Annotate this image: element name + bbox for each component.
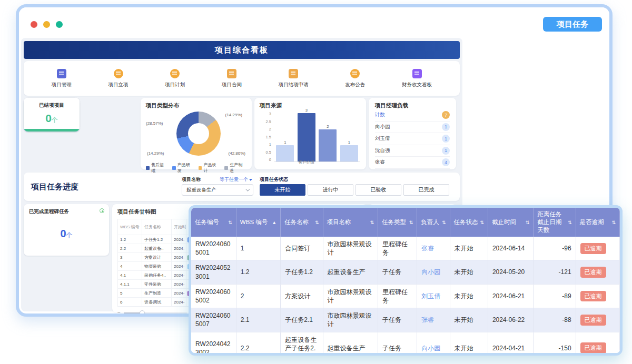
status-tab[interactable]: 未开始 xyxy=(260,184,305,196)
sort-icon[interactable]: ⇅ xyxy=(611,220,616,225)
cell-due-date: 2024-04-21 xyxy=(488,332,533,356)
bar[interactable] xyxy=(340,145,358,161)
traffic-light-dot[interactable] xyxy=(56,21,63,28)
donut-legend: 售后运维 产品研发 产品设计 xyxy=(146,162,246,174)
legend-item[interactable]: 售后运维 xyxy=(146,162,168,174)
traffic-light-dot[interactable] xyxy=(31,21,37,28)
table-column-header[interactable]: WBS 编号 ▲ xyxy=(236,208,280,237)
nav-item[interactable]: 发布公告 xyxy=(345,69,365,88)
nav-item[interactable]: 项目计划 xyxy=(165,69,185,88)
sort-icon[interactable]: ⇅ xyxy=(315,220,319,225)
table-column-header[interactable]: 距离任务截止日期天数 ⇅ xyxy=(534,208,576,237)
table-row[interactable]: RW20240605002 2 方案设计 市政园林景观设计 里程碑任务 刘玉倩 … xyxy=(191,284,620,308)
status-tab[interactable]: 进行中 xyxy=(308,184,353,196)
manager-load-row[interactable]: 沈自强 1 xyxy=(375,145,450,157)
sort-icon[interactable]: ⇅ xyxy=(409,220,413,225)
y-tick: 1.5 xyxy=(266,135,271,139)
manager-count-badge: 1 xyxy=(442,135,450,143)
sort-icon[interactable]: ⇅ xyxy=(568,220,572,225)
project-select[interactable]: 起重设备生产 xyxy=(182,184,253,196)
table-row[interactable]: RW20240605001 1 合同签订 市政园林景观设计 里程碑任务 张睿 未… xyxy=(191,237,620,260)
nav-item[interactable]: 项目合同 xyxy=(222,69,242,88)
slider-track[interactable] xyxy=(124,312,187,314)
cell-status: 未开始 xyxy=(450,284,488,308)
legend-swatch xyxy=(146,166,150,170)
table-row[interactable]: RW20240423002 2.2 起重设备生产子任务2.2 起重设备生产 子任… xyxy=(191,332,620,356)
gantt-task-name: 生产制造 xyxy=(142,289,172,298)
stat-card-label: 已结项项目 xyxy=(24,102,80,109)
manager-load-panel: 项目经理负载 计数 7 向小园 1 xyxy=(369,98,456,169)
nav-item[interactable]: 项目结项申请 xyxy=(279,69,309,88)
cell-project-name: 市政园林景观设计 xyxy=(323,237,378,260)
sort-icon[interactable]: ⇅ xyxy=(480,220,484,225)
table-row[interactable]: RW20240523001 1.2 子任务1.2 起重设备生产 子任务 向小园 … xyxy=(191,260,620,284)
y-tick: 1 xyxy=(269,142,271,147)
table-column-header[interactable]: 项目名称 ⇅ xyxy=(323,208,378,237)
cell-wbs: 2.1 xyxy=(236,308,280,332)
sort-icon[interactable]: ⇅ xyxy=(526,220,530,225)
gantt-task-name: 起重设备.. xyxy=(142,244,172,253)
manager-load-list: 计数 7 向小园 1 刘玉倩 1 xyxy=(375,109,450,169)
cell-status: 未开始 xyxy=(450,260,488,284)
cell-owner-link[interactable]: 向小园 xyxy=(417,332,450,356)
cell-status: 未开始 xyxy=(450,308,488,332)
bar[interactable] xyxy=(319,129,337,161)
traffic-light-dot[interactable] xyxy=(43,21,50,28)
gantt-task-name: 子任务1.2 xyxy=(142,235,172,244)
project-type-chart-panel: 项目类型分布 (28.57%) (14.29%) (14.29%) (42.86… xyxy=(141,98,252,169)
gantt-task-name: 采购任务4.. xyxy=(142,271,172,280)
nav-item[interactable]: 财务收支看板 xyxy=(402,69,432,88)
cell-project-name: 起重设备生产 xyxy=(323,332,378,356)
manager-load-row[interactable]: 计数 7 xyxy=(375,109,450,122)
table-column-header[interactable]: 是否逾期 ⇅ xyxy=(576,208,619,237)
sort-icon[interactable]: ⇅ xyxy=(442,220,446,225)
y-tick: 0.5 xyxy=(266,150,271,155)
slider-knob[interactable] xyxy=(140,310,145,316)
operator-dropdown[interactable]: 等于任意一个 xyxy=(220,176,252,183)
legend-item[interactable]: 产品设计 xyxy=(199,162,221,174)
nav-item[interactable]: 项目管理 xyxy=(52,69,72,88)
table-column-header[interactable]: 任务类型 ⇅ xyxy=(378,208,417,237)
nav-item[interactable]: 项目立项 xyxy=(108,69,129,88)
cell-task-id: RW20240605001 xyxy=(191,237,236,260)
task-progress-title: 项目任务进度 xyxy=(31,182,78,192)
traffic-lights xyxy=(31,21,63,28)
bar[interactable] xyxy=(298,113,315,161)
status-tab[interactable]: 已完成 xyxy=(403,184,449,196)
gantt-task-name: 零件采购 xyxy=(142,280,172,289)
cell-owner-link[interactable]: 刘玉倩 xyxy=(417,284,450,308)
status-tab[interactable]: 已验收 xyxy=(355,184,401,196)
legend-item[interactable]: 生产制造 xyxy=(224,162,246,174)
cell-owner-link[interactable]: 张睿 xyxy=(417,308,450,332)
stats-row: 已立项项目 6个 未开始项目 2个 xyxy=(24,98,460,169)
legend-item[interactable]: 产品研发 xyxy=(172,162,194,174)
bar-chart-bars: 1广告营销3客户介绍2朋友介绍1销售自拓 xyxy=(274,112,360,162)
cell-overdue: 已逾期 xyxy=(576,284,619,308)
cell-task-name: 起重设备生产子任务2.2 xyxy=(281,332,323,356)
table-column-header[interactable]: 任务状态 ⇅ xyxy=(450,208,488,237)
cell-task-type: 子任务 xyxy=(378,332,417,356)
zoom-out-icon[interactable]: − xyxy=(117,310,121,316)
nav-item-label: 项目立项 xyxy=(108,82,129,88)
project-tasks-button[interactable]: 项目任务 xyxy=(543,17,602,32)
table-column-header[interactable]: 任务名称 ⇅ xyxy=(281,208,323,237)
sort-icon[interactable]: ⇅ xyxy=(228,220,232,225)
gantt-task-name: 物资采购 xyxy=(142,262,172,271)
y-tick: 3 xyxy=(269,112,271,116)
cell-owner-link[interactable]: 张睿 xyxy=(417,237,450,260)
cell-wbs: 1 xyxy=(236,237,280,260)
manager-load-row[interactable]: 刘玉倩 1 xyxy=(375,133,450,145)
manager-load-row[interactable]: 张睿 4 xyxy=(375,157,450,169)
cell-days-remaining: -121 xyxy=(534,260,576,284)
sort-icon[interactable]: ⇅ xyxy=(370,220,374,225)
bar[interactable] xyxy=(276,145,294,161)
sort-icon[interactable]: ▲ xyxy=(272,220,276,225)
table-column-header[interactable]: 任务编号 ⇅ xyxy=(191,208,236,237)
table-column-header[interactable]: 负责人 ⇅ xyxy=(417,208,450,237)
cell-owner-link[interactable]: 向小园 xyxy=(417,260,450,284)
cell-wbs: 2 xyxy=(236,284,280,308)
manager-load-row[interactable]: 向小园 1 xyxy=(375,122,450,134)
gantt-wbs: 2.2 xyxy=(118,244,142,253)
table-column-header[interactable]: 截止时间 ⇅ xyxy=(488,208,533,237)
table-row[interactable]: RW20240605007 2.1 子任务2.1 市政园林景观设计 子任务 张睿… xyxy=(191,308,620,332)
